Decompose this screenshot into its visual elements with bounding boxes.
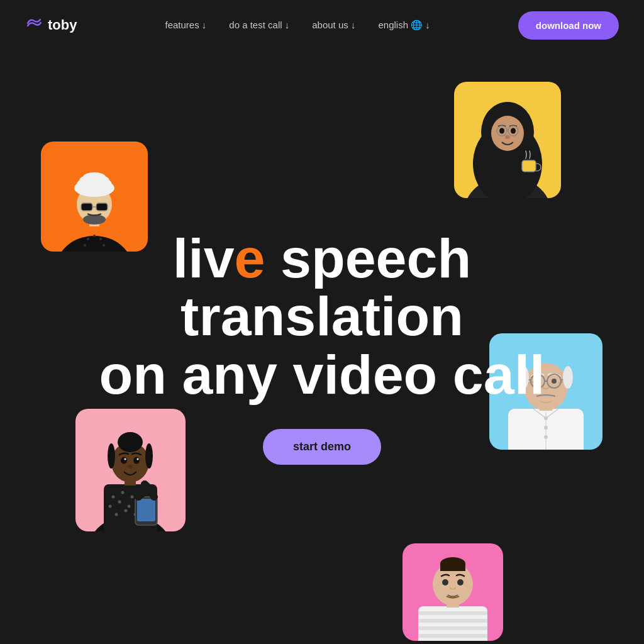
nav-language[interactable]: english 🌐 ↓ <box>378 19 430 31</box>
svg-point-22 <box>505 135 510 139</box>
svg-rect-70 <box>137 499 155 521</box>
svg-point-51 <box>128 505 131 508</box>
avatar-card-young-man <box>402 543 503 641</box>
svg-point-21 <box>511 128 516 134</box>
svg-rect-8 <box>96 203 108 211</box>
svg-point-47 <box>131 496 134 499</box>
svg-point-68 <box>128 465 133 469</box>
svg-rect-79 <box>440 564 465 571</box>
nav-features[interactable]: features ↓ <box>165 19 206 31</box>
svg-point-19 <box>491 116 524 151</box>
logo[interactable]: toby <box>25 14 77 36</box>
hero-title: live speech translationon any video call <box>64 230 580 404</box>
svg-point-80 <box>442 579 448 586</box>
hero-text-container: live speech translationon any video call… <box>64 230 580 465</box>
svg-point-50 <box>118 501 121 504</box>
hero-highlight-letter: e <box>235 227 265 289</box>
svg-point-45 <box>112 496 115 499</box>
logo-text: toby <box>48 17 77 33</box>
nav-about-us[interactable]: about us ↓ <box>312 19 355 31</box>
download-now-button[interactable]: download now <box>518 11 619 40</box>
svg-point-54 <box>115 513 118 516</box>
nav-links: features ↓ do a test call ↓ about us ↓ e… <box>165 19 430 31</box>
svg-rect-26 <box>522 160 536 172</box>
navbar: toby features ↓ do a test call ↓ about u… <box>0 0 644 50</box>
svg-point-55 <box>125 509 128 513</box>
svg-point-81 <box>457 579 464 586</box>
nav-test-call[interactable]: do a test call ↓ <box>229 19 289 31</box>
svg-rect-7 <box>81 203 92 211</box>
start-demo-button[interactable]: start demo <box>263 429 381 465</box>
hero-section: live speech translationon any video call… <box>0 50 644 644</box>
svg-rect-75 <box>418 634 487 638</box>
svg-point-6 <box>83 172 106 182</box>
svg-point-49 <box>109 505 112 508</box>
logo-icon <box>25 14 43 36</box>
avatar-card-hijab-woman <box>454 82 561 198</box>
hero-title-text: live speech translationon any video call <box>99 227 545 406</box>
svg-rect-73 <box>418 619 487 623</box>
svg-rect-74 <box>418 626 487 630</box>
svg-rect-72 <box>418 611 487 615</box>
svg-point-46 <box>121 491 125 494</box>
svg-point-20 <box>499 128 504 134</box>
